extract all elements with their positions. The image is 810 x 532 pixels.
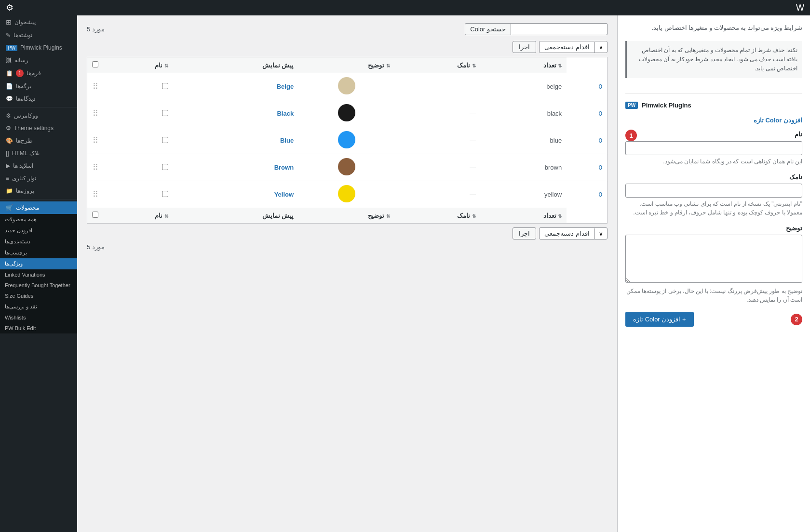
submenu-add-new[interactable]: افزودن جدید: [0, 225, 77, 236]
submenu-linked-variations[interactable]: Linked Variations: [0, 269, 77, 280]
sidebar-item-pages[interactable]: برگه‌ها 📄: [0, 80, 77, 93]
select-all-checkbox[interactable]: [92, 61, 98, 67]
row-name[interactable]: Yellow: [173, 181, 298, 208]
row-slug: black: [481, 100, 567, 127]
row-count[interactable]: 0: [567, 154, 607, 181]
row-count[interactable]: 0: [567, 181, 607, 208]
sidebar-item-forms[interactable]: فرم‌ها 1 📋: [0, 66, 77, 80]
sidebar-item-dashboard[interactable]: پیشخوان ⊞: [0, 15, 77, 29]
row-checkbox[interactable]: [162, 137, 168, 143]
submenu-size-guides[interactable]: Size Guides: [0, 291, 77, 301]
bulk-actions-arrow-bottom-icon[interactable]: ∨: [594, 228, 607, 239]
sidebar-item-theme-settings[interactable]: Theme settings ⚙: [0, 122, 77, 134]
projects-label: پروژه‌ها: [16, 187, 34, 194]
sidebar-item-media[interactable]: رسانه 🖼: [0, 54, 77, 66]
sidebar-item-woocommerce[interactable]: ووکامرس ⚙: [0, 109, 77, 122]
description-field-section: توضیح توضیح به طور پیش‌فرض پررنگ نیست: ب…: [625, 225, 802, 304]
row-count[interactable]: 0: [567, 127, 607, 154]
submenu-reviews[interactable]: نقد و بررسی‌ها: [0, 301, 77, 312]
row-name[interactable]: Black: [173, 100, 298, 127]
bulk-actions-dropdown-bottom[interactable]: اقدام دسته‌جمعی ∨: [539, 227, 608, 239]
drag-handle-icon: ⠿: [93, 163, 98, 172]
sidebar-item-navbar[interactable]: نوار کناری ≡: [0, 172, 77, 185]
add-color-button[interactable]: + افزودن Color تازه: [625, 312, 694, 327]
sidebar-item-comments[interactable]: دیدگاه‌ها 💬: [0, 93, 77, 105]
row-checkbox[interactable]: [162, 164, 168, 170]
sidebar-item-sliders[interactable]: اسلاید ها ▶: [0, 160, 77, 172]
step-1-badge: 1: [625, 130, 637, 141]
sidebar-item-pimwick[interactable]: Pimwick Plugins PW: [0, 41, 77, 54]
dashboard-label: پیشخوان: [14, 19, 36, 26]
color-circle: [338, 131, 355, 148]
sidebar-item-html-block[interactable]: بلاک HTML []: [0, 147, 77, 160]
apply-button-top[interactable]: اجرا: [513, 41, 536, 53]
submenu-all-products[interactable]: همه محصولات: [0, 214, 77, 225]
submenu-categories[interactable]: دسته‌بندی‌ها: [0, 236, 77, 247]
description-textarea[interactable]: [625, 235, 802, 283]
attributes-table: نام ⇅ پیش نمایش توضیح ⇅ نامک ⇅ تعداد ⇅ ⠿: [87, 57, 608, 224]
submenu-frequently-bought[interactable]: Frequently Bought Together: [0, 280, 77, 291]
name-field-section: 1 نام این نام همان کوتاهی است که در ویگا…: [625, 130, 802, 166]
drag-handle-icon: ⠿: [93, 82, 98, 91]
side-panel: شرایط ویژه می‌تواند به محصولات و متغیرها…: [617, 15, 810, 532]
slug-sort-icon[interactable]: ⇅: [472, 63, 476, 68]
drag-handle-icon: ⠿: [93, 109, 98, 118]
tags-label: برچسب‌ها: [5, 250, 27, 256]
submenu-attributes[interactable]: ویژگی‌ها: [0, 258, 77, 269]
slug-field-section: نامک "نام اینترنتی" یک نسخه از نام است ک…: [625, 173, 802, 217]
bulk-actions-arrow-icon[interactable]: ∨: [594, 42, 607, 53]
row-description: —: [395, 100, 481, 127]
search-input[interactable]: [511, 23, 608, 35]
description-label: توضیح: [625, 225, 802, 232]
drag-handle[interactable]: ⠿: [87, 100, 104, 127]
row-display: [298, 127, 395, 154]
addon-title: افزودن Color تازه: [625, 117, 802, 124]
col-footer-display: پیش نمایش: [173, 208, 298, 224]
bulk-actions-dropdown[interactable]: اقدام دسته‌جمعی ∨: [539, 41, 608, 53]
plugin-label: Pimwick Plugins: [642, 102, 691, 109]
select-all-footer-checkbox[interactable]: [92, 212, 98, 218]
count-sort-icon[interactable]: ⇅: [558, 63, 562, 68]
sidebar-item-themes[interactable]: طرح‌ها 🎨: [0, 134, 77, 147]
name-sort-icon[interactable]: ⇅: [164, 63, 168, 68]
wp-icon-right: W: [796, 3, 804, 13]
bulk-actions-label: اقدام دسته‌جمعی: [540, 41, 594, 53]
row-checkbox[interactable]: [162, 83, 168, 89]
drag-handle[interactable]: ⠿: [87, 154, 104, 181]
desc-sort-icon[interactable]: ⇅: [386, 63, 390, 68]
submenu-pw-bulk-edit[interactable]: PW Bulk Edit: [0, 323, 77, 333]
html-block-icon: []: [6, 150, 9, 157]
slug-input[interactable]: [625, 184, 802, 198]
forms-label: فرم‌ها: [27, 70, 41, 77]
row-checkbox[interactable]: [162, 110, 168, 116]
row-count[interactable]: 0: [567, 100, 607, 127]
navbar-icon: ≡: [6, 175, 9, 182]
row-checkbox[interactable]: [162, 191, 168, 197]
submenu-wishlists[interactable]: Wishlists: [0, 312, 77, 323]
col-header-name: نام ⇅: [103, 57, 173, 73]
size-guides-label: Size Guides: [5, 293, 33, 299]
row-name[interactable]: Blue: [173, 127, 298, 154]
themes-icon: 🎨: [6, 137, 13, 144]
menu-separator-1: [0, 107, 77, 107]
row-name[interactable]: Brown: [173, 154, 298, 181]
drag-handle[interactable]: ⠿: [87, 127, 104, 154]
row-display: [298, 154, 395, 181]
sidebar-item-posts[interactable]: نوشته‌ها ✎: [0, 29, 77, 41]
name-sort-footer-icon[interactable]: ⇅: [164, 213, 168, 219]
row-count[interactable]: 0: [567, 73, 607, 100]
sidebar-item-products[interactable]: محصولات 🛒: [0, 201, 77, 214]
drag-handle[interactable]: ⠿: [87, 73, 104, 100]
record-count: 5 مورد: [87, 26, 105, 33]
apply-button-bottom[interactable]: اجرا: [513, 227, 536, 239]
theme-settings-label: Theme settings: [14, 125, 54, 132]
drag-handle[interactable]: ⠿: [87, 181, 104, 208]
submenu-tags[interactable]: برچسب‌ها: [0, 247, 77, 258]
projects-icon: 📁: [6, 187, 13, 194]
sidebar-item-projects[interactable]: پروژه‌ها 📁: [0, 185, 77, 197]
row-name[interactable]: Beige: [173, 73, 298, 100]
search-button[interactable]: Color جستجو: [465, 23, 511, 35]
name-input[interactable]: [625, 141, 802, 155]
row-slug: beige: [481, 73, 567, 100]
table-row: ⠿ Blue — blue 0: [87, 127, 608, 154]
